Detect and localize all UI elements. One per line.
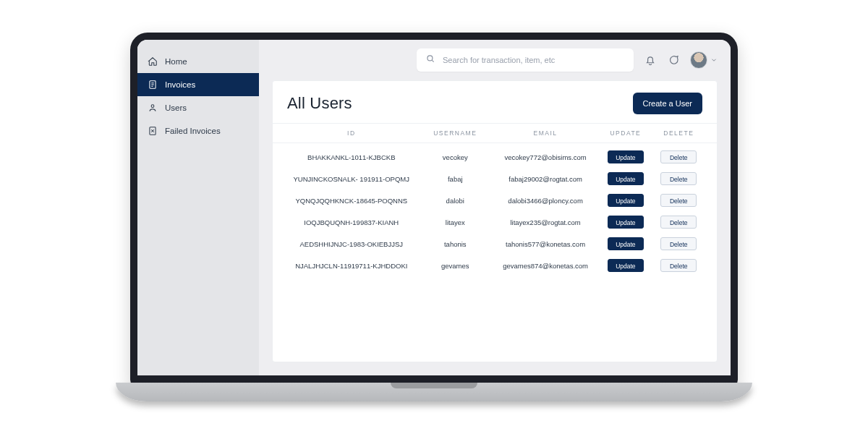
chevron-down-icon bbox=[710, 54, 718, 67]
delete-button[interactable]: Delete bbox=[660, 150, 697, 163]
cell-id: NJALJHJCLN-11919711-KJHDDOKI bbox=[287, 262, 416, 270]
update-button[interactable]: Update bbox=[608, 194, 644, 207]
cell-delete: Delete bbox=[655, 237, 702, 250]
cell-id: IOQJBQUQNH-199837-KIANH bbox=[287, 218, 416, 226]
main: Search for transaction, item, etc bbox=[259, 40, 731, 375]
delete-button[interactable]: Delete bbox=[660, 194, 697, 207]
col-email: EMAIL bbox=[495, 129, 596, 137]
sidebar-item-users[interactable]: Users bbox=[137, 96, 259, 119]
cell-delete: Delete bbox=[655, 216, 702, 229]
notifications-icon[interactable] bbox=[644, 54, 657, 67]
cell-update: Update bbox=[602, 172, 649, 185]
cell-username: tahonis bbox=[422, 240, 489, 248]
home-icon bbox=[148, 56, 158, 67]
cell-email: gevames874@konetas.com bbox=[495, 262, 596, 270]
topbar: Search for transaction, item, etc bbox=[259, 40, 731, 80]
col-id: ID bbox=[287, 129, 416, 137]
chat-icon[interactable] bbox=[667, 54, 680, 67]
svg-point-1 bbox=[151, 105, 154, 108]
cell-email: litayex235@rogtat.com bbox=[495, 218, 596, 226]
profile-menu[interactable] bbox=[690, 51, 718, 69]
search-placeholder: Search for transaction, item, etc bbox=[443, 56, 555, 64]
cell-username: vecokey bbox=[422, 153, 489, 161]
sidebar: Home Invoices Users bbox=[137, 40, 259, 375]
user-icon bbox=[148, 103, 158, 113]
cell-update: Update bbox=[602, 194, 649, 207]
table-row: IOQJBQUQNH-199837-KIANHlitayexlitayex235… bbox=[273, 211, 717, 233]
sidebar-item-label: Users bbox=[165, 103, 187, 112]
delete-button[interactable]: Delete bbox=[660, 216, 697, 229]
update-button[interactable]: Update bbox=[608, 172, 644, 185]
update-button[interactable]: Update bbox=[608, 150, 644, 163]
users-card: All Users Create a User ID USERNAME EMAI… bbox=[272, 80, 718, 362]
laptop-base bbox=[116, 383, 752, 401]
col-delete: DELETE bbox=[655, 129, 702, 137]
cell-email: vecokey772@obisims.com bbox=[495, 153, 596, 161]
cell-username: dalobi bbox=[422, 197, 489, 205]
cell-update: Update bbox=[602, 150, 649, 163]
create-user-button[interactable]: Create a User bbox=[633, 93, 702, 114]
delete-button[interactable]: Delete bbox=[660, 172, 697, 185]
cell-update: Update bbox=[602, 237, 649, 250]
table-row: BHAKKANKL-1011-KJBCKBvecokeyvecokey772@o… bbox=[273, 146, 717, 168]
cell-delete: Delete bbox=[655, 259, 702, 272]
sidebar-item-invoices[interactable]: Invoices bbox=[137, 73, 259, 96]
search-icon bbox=[425, 54, 435, 67]
cell-id: YQNQJQQHKNCK-18645-POQNNS bbox=[287, 197, 416, 205]
laptop-frame: Home Invoices Users bbox=[116, 33, 752, 401]
screen-bezel: Home Invoices Users bbox=[130, 33, 738, 387]
page-title: All Users bbox=[287, 94, 352, 113]
cell-username: gevames bbox=[422, 262, 489, 270]
cell-id: AEDSHHIJNJC-1983-OKIEBJJSJ bbox=[287, 240, 416, 248]
cell-delete: Delete bbox=[655, 150, 702, 163]
delete-button[interactable]: Delete bbox=[660, 259, 697, 272]
cell-username: fabaj bbox=[422, 175, 489, 183]
sidebar-item-home[interactable]: Home bbox=[137, 50, 259, 73]
card-header: All Users Create a User bbox=[273, 81, 717, 123]
invoice-icon bbox=[148, 80, 158, 90]
col-update: UPDATE bbox=[602, 129, 649, 137]
cell-email: fabaj29002@rogtat.com bbox=[495, 175, 596, 183]
table-row: NJALJHJCLN-11919711-KJHDDOKIgevamesgevam… bbox=[273, 255, 717, 276]
avatar bbox=[690, 51, 707, 69]
failed-invoice-icon bbox=[148, 126, 158, 136]
cell-update: Update bbox=[602, 216, 649, 229]
svg-point-3 bbox=[427, 56, 433, 61]
cell-id: BHAKKANKL-1011-KJBCKB bbox=[287, 153, 416, 161]
sidebar-item-label: Home bbox=[165, 57, 187, 66]
sidebar-item-label: Invoices bbox=[165, 80, 195, 89]
update-button[interactable]: Update bbox=[608, 216, 644, 229]
delete-button[interactable]: Delete bbox=[660, 237, 697, 250]
cell-id: YUNJINCKOSNALK- 191911-OPQMJ bbox=[287, 175, 416, 183]
table-row: YQNQJQQHKNCK-18645-POQNNSdalobidalobi346… bbox=[273, 190, 717, 211]
cell-email: tahonis577@konetas.com bbox=[495, 240, 596, 248]
table-body: BHAKKANKL-1011-KJBCKBvecokeyvecokey772@o… bbox=[273, 143, 717, 284]
update-button[interactable]: Update bbox=[608, 259, 644, 272]
cell-email: dalobi3466@ploncy.com bbox=[495, 197, 596, 205]
sidebar-item-failed-invoices[interactable]: Failed Invoices bbox=[137, 119, 259, 142]
cell-delete: Delete bbox=[655, 194, 702, 207]
cell-username: litayex bbox=[422, 218, 489, 226]
col-username: USERNAME bbox=[422, 129, 489, 137]
update-button[interactable]: Update bbox=[608, 237, 644, 250]
cell-delete: Delete bbox=[655, 172, 702, 185]
table-head: ID USERNAME EMAIL UPDATE DELETE bbox=[273, 123, 717, 143]
sidebar-item-label: Failed Invoices bbox=[165, 127, 221, 135]
search-input[interactable]: Search for transaction, item, etc bbox=[417, 48, 634, 72]
table-row: YUNJINCKOSNALK- 191911-OPQMJfabajfabaj29… bbox=[273, 168, 717, 190]
table-row: AEDSHHIJNJC-1983-OKIEBJJSJtahonistahonis… bbox=[273, 233, 717, 255]
cell-update: Update bbox=[602, 259, 649, 272]
app-screen: Home Invoices Users bbox=[137, 40, 731, 375]
